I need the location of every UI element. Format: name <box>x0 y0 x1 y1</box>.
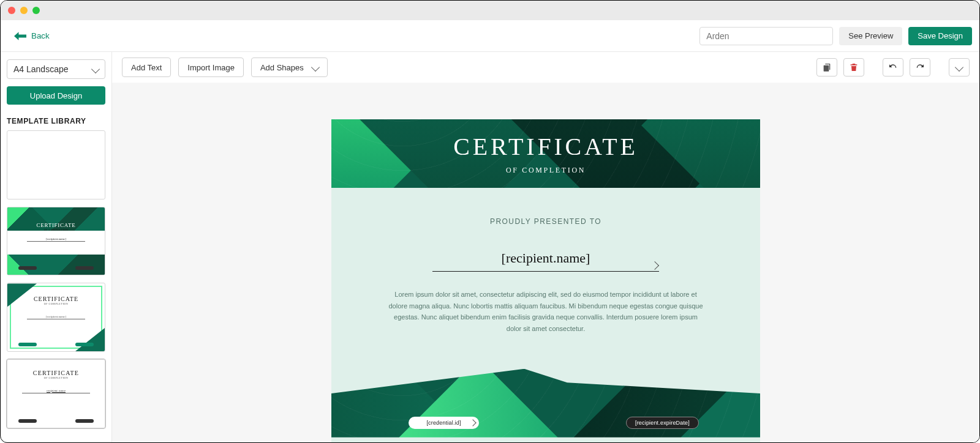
app-window: Back See Preview Save Design A4 Landscap… <box>0 0 980 443</box>
certificate-subtitle[interactable]: OF COMPLETION <box>506 166 586 175</box>
certificate-body-text[interactable]: Lorem ipsum dolor sit amet, consectetur … <box>386 289 705 335</box>
thumb-name: recipient. name <box>7 389 105 392</box>
template-thumb-3[interactable]: CERTIFICATE OF COMPLETION recipient. nam… <box>7 359 105 428</box>
redo-icon <box>915 62 925 72</box>
thumb-sub: OF COMPLETION <box>7 376 105 379</box>
presented-label[interactable]: PROUDLY PRESENTED TO <box>374 217 717 226</box>
page-size-select[interactable]: A4 Landscape <box>7 59 105 79</box>
back-button[interactable]: Back <box>8 28 56 45</box>
chevron-down-icon <box>311 63 320 72</box>
thumb-title: CERTIFICATE <box>7 222 105 228</box>
template-library-title: TEMPLATE LIBRARY <box>7 117 105 125</box>
thumb-pill <box>18 266 37 270</box>
more-menu-button[interactable] <box>949 58 970 76</box>
page-size-value: A4 Landscape <box>13 64 69 74</box>
trash-icon <box>849 62 859 72</box>
window-controls <box>8 7 40 14</box>
recipient-name-text: [recipient.name] <box>502 250 590 266</box>
thumb-sub: OF COMPLETION <box>7 228 105 231</box>
template-thumb-1[interactable]: CERTIFICATE OF COMPLETION [recipient.nam… <box>7 207 105 276</box>
copy-icon <box>822 62 832 72</box>
close-window-icon[interactable] <box>8 7 15 14</box>
minimize-window-icon[interactable] <box>20 7 28 14</box>
copy-button[interactable] <box>816 58 837 76</box>
redo-button[interactable] <box>910 58 930 76</box>
credential-id-text: [credential.id] <box>426 420 461 426</box>
design-name-input[interactable] <box>699 27 833 45</box>
undo-icon <box>888 62 898 72</box>
import-image-button[interactable]: Import Image <box>178 58 244 77</box>
chevron-down-icon <box>91 65 100 73</box>
edit-handle-icon[interactable] <box>652 262 658 269</box>
thumb-sub: OF COMPLETION <box>7 302 105 305</box>
expire-date-text: [recipient.expireDate] <box>635 420 690 426</box>
thumb-pill <box>75 419 94 423</box>
add-text-button[interactable]: Add Text <box>122 58 171 77</box>
window-titlebar <box>1 1 979 20</box>
see-preview-button[interactable]: See Preview <box>839 27 902 45</box>
thumb-pill <box>18 419 37 423</box>
credential-id-field[interactable]: [credential.id] <box>409 417 479 429</box>
upload-design-button[interactable]: Upload Design <box>7 86 105 105</box>
thumb-title: CERTIFICATE <box>7 296 105 302</box>
back-label: Back <box>31 31 50 40</box>
editor-column: Add Text Import Image Add Shapes <box>112 52 979 442</box>
add-shapes-label: Add Shapes <box>260 63 304 72</box>
edit-handle-icon[interactable] <box>470 420 475 425</box>
save-design-button[interactable]: Save Design <box>908 27 972 45</box>
certificate-canvas[interactable]: CERTIFICATE OF COMPLETION PROUDLY PRESEN… <box>331 119 760 442</box>
thumb-name: [recipient.name] <box>7 315 105 318</box>
top-bar: Back See Preview Save Design <box>1 20 979 52</box>
add-shapes-button[interactable]: Add Shapes <box>251 58 328 77</box>
recipient-name-field[interactable]: [recipient.name] <box>432 250 659 272</box>
canvas-scroll[interactable]: CERTIFICATE OF COMPLETION PROUDLY PRESEN… <box>112 83 979 442</box>
expire-date-field[interactable]: [recipient.expireDate] <box>626 417 699 429</box>
thumb-title: CERTIFICATE <box>7 370 105 376</box>
maximize-window-icon[interactable] <box>32 7 40 14</box>
editor-toolbar: Add Text Import Image Add Shapes <box>112 52 979 83</box>
certificate-body: PROUDLY PRESENTED TO [recipient.name] Lo… <box>331 188 760 353</box>
template-thumb-blank[interactable] <box>7 130 105 199</box>
thumb-pill <box>75 343 94 346</box>
certificate-title[interactable]: CERTIFICATE <box>453 132 638 161</box>
thumb-name: [recipient.name] <box>7 237 105 240</box>
undo-button[interactable] <box>883 58 903 76</box>
arrow-left-icon <box>14 31 26 41</box>
certificate-header: CERTIFICATE OF COMPLETION <box>331 119 760 188</box>
sidebar: A4 Landscape Upload Design TEMPLATE LIBR… <box>1 52 112 442</box>
chevron-down-icon <box>955 63 963 72</box>
template-thumb-2[interactable]: CERTIFICATE OF COMPLETION [recipient.nam… <box>7 283 105 352</box>
delete-button[interactable] <box>843 58 864 76</box>
thumb-pill <box>75 266 94 270</box>
main-area: A4 Landscape Upload Design TEMPLATE LIBR… <box>1 52 979 442</box>
thumb-pill <box>18 343 37 346</box>
